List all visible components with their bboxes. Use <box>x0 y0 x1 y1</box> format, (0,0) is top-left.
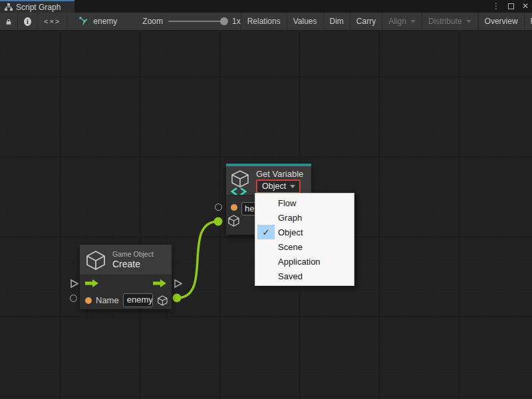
gv-kind-dropdown[interactable]: Object <box>256 180 301 194</box>
gameobject-cube-icon <box>85 249 106 271</box>
create-name-row: Name enemy <box>80 291 172 309</box>
name-field[interactable]: enemy <box>123 293 154 307</box>
tab-label: Script Graph <box>16 3 61 12</box>
menu-item-object[interactable]: ✓ Object <box>255 225 354 239</box>
flow-in-arrow-icon[interactable] <box>85 279 98 287</box>
variable-cube-icon <box>230 170 250 188</box>
lock-icon <box>6 17 11 26</box>
title-bar: Script Graph ⋮ ✕ <box>0 0 532 13</box>
gv-name-port-dot[interactable] <box>231 204 237 211</box>
lock-button[interactable] <box>0 13 18 30</box>
fullscreen-button[interactable]: Full Screen <box>525 13 532 30</box>
wire-source-dot[interactable] <box>173 294 182 303</box>
breadcrumb[interactable]: enemy <box>72 13 124 30</box>
gv-name-input-port[interactable] <box>215 203 222 211</box>
chevron-down-icon <box>466 20 471 23</box>
dim-button[interactable]: Dim <box>324 13 350 30</box>
value-input-port[interactable] <box>70 295 77 302</box>
create-node[interactable]: Game Object Create Name enemy <box>80 245 172 309</box>
chevron-down-icon <box>410 20 416 23</box>
gameobject-port-cube-icon[interactable] <box>227 215 240 227</box>
menu-item-flow[interactable]: Flow <box>255 196 354 210</box>
gameobject-output-cube-icon[interactable] <box>157 295 168 307</box>
relations-button[interactable]: Relations <box>241 13 287 30</box>
carry-button[interactable]: Carry <box>350 13 382 30</box>
overview-button[interactable]: Overview <box>479 13 525 30</box>
check-icon: ✓ <box>257 225 275 239</box>
variable-kind-menu: Flow Graph ✓ Object Scene Application Sa… <box>255 193 354 286</box>
create-node-header: Game Object Create <box>80 245 172 275</box>
wire-target-dot[interactable] <box>214 217 223 226</box>
flow-out-arrow-icon[interactable] <box>153 279 166 287</box>
zoom-slider[interactable] <box>168 21 227 22</box>
close-icon[interactable]: ✕ <box>521 0 529 13</box>
name-label: Name <box>96 295 119 305</box>
menu-item-graph[interactable]: Graph <box>255 210 354 225</box>
flow-input-port[interactable] <box>70 279 79 289</box>
graph-hierarchy-icon <box>5 3 13 11</box>
code-icon: <×> <box>44 17 61 25</box>
graph-canvas[interactable]: Get Variable Object he Game Object Creat… <box>0 31 532 399</box>
maximize-icon[interactable] <box>507 0 515 13</box>
menu-item-application[interactable]: Application <box>255 254 354 269</box>
gv-node-header: Get Variable Object <box>226 166 311 195</box>
create-flow-row <box>80 275 172 291</box>
code-view-button[interactable]: <×> <box>38 13 67 30</box>
code-brackets-icon <box>231 188 247 196</box>
create-node-supertitle: Game Object <box>112 250 154 259</box>
info-icon: i <box>24 17 31 26</box>
tab-script-graph[interactable]: Script Graph <box>0 0 74 13</box>
menu-item-scene[interactable]: Scene <box>255 239 354 254</box>
info-button[interactable]: i <box>18 13 38 30</box>
zoom-slider-handle[interactable] <box>220 17 228 25</box>
flow-output-port[interactable] <box>174 279 183 289</box>
zoom-value: 1x <box>232 17 241 26</box>
chevron-down-icon <box>290 185 295 188</box>
values-button[interactable]: Values <box>287 13 324 30</box>
connection-wire[interactable] <box>177 221 218 298</box>
create-node-title: Create <box>112 259 154 270</box>
menu-item-saved[interactable]: Saved <box>255 269 354 283</box>
window-controls: ⋮ ✕ <box>492 0 529 13</box>
name-port-dot[interactable] <box>85 297 92 304</box>
align-button[interactable]: Align <box>382 13 422 30</box>
zoom-label: Zoom <box>142 17 163 26</box>
graph-breadcrumb-icon <box>79 17 89 26</box>
gv-node-title: Get Variable <box>256 169 303 179</box>
breadcrumb-label: enemy <box>93 17 117 26</box>
distribute-button[interactable]: Distribute <box>422 13 478 30</box>
zoom-control: Zoom 1x <box>142 13 240 30</box>
window-menu-icon[interactable]: ⋮ <box>492 0 500 13</box>
graph-toolbar: i <×> enemy Zoom 1x Relations Values Dim… <box>0 13 532 31</box>
